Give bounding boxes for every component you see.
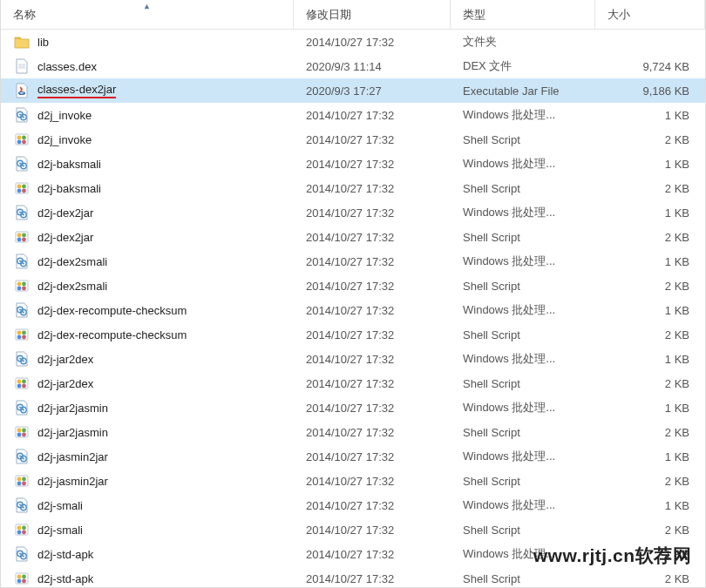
cell-date: 2014/10/27 17:32 [294,353,451,366]
column-header-label: 类型 [463,7,485,23]
cell-date: 2014/10/27 17:32 [294,304,451,317]
sh-icon [13,521,31,538]
cell-date: 2014/10/27 17:32 [294,255,451,268]
file-name: d2j-dex2smali [37,280,107,293]
table-row[interactable]: d2j-jar2jasmin2014/10/27 17:32Windows 批处… [1,395,705,420]
cell-type: Shell Script [451,475,595,488]
cell-name: d2j-std-apk [1,570,294,587]
cell-date: 2014/10/27 17:32 [294,524,451,537]
file-name: d2j-dex2smali [37,255,107,268]
cell-type: Windows 批处理... [451,302,595,318]
table-row[interactable]: d2j-dex2jar2014/10/27 17:32Windows 批处理..… [1,200,705,225]
table-row[interactable]: d2j-baksmali2014/10/27 17:32Windows 批处理.… [1,152,705,176]
file-name: d2j-jar2jasmin [37,426,108,439]
cell-size: 1 KB [595,109,705,122]
column-header-date[interactable]: 修改日期 [294,0,451,29]
cell-type: Windows 批处理... [451,497,595,513]
cell-name: d2j-jar2jasmin [1,399,294,416]
cell-size: 2 KB [595,572,705,585]
table-row[interactable]: d2j-jasmin2jar2014/10/27 17:32Shell Scri… [1,469,705,493]
cell-date: 2014/10/27 17:32 [294,36,451,49]
bat-icon [13,399,31,416]
table-row[interactable]: d2j-jasmin2jar2014/10/27 17:32Windows 批处… [1,444,705,469]
cell-name: classes.dex [1,57,294,75]
file-name: d2j-smali [37,499,83,512]
table-row[interactable]: d2j_invoke2014/10/27 17:32Shell Script2 … [1,127,705,152]
table-row[interactable]: d2j-jar2dex2014/10/27 17:32Shell Script2… [1,371,705,395]
table-row[interactable]: d2j-jar2dex2014/10/27 17:32Windows 批处理..… [1,347,705,371]
sh-icon [13,570,31,587]
sh-icon [13,179,31,197]
cell-type: Shell Script [451,328,595,341]
table-row[interactable]: d2j-std-apk2014/10/27 17:32Shell Script2… [1,566,705,588]
file-name: d2j-dex-recompute-checksum [37,328,187,341]
file-name: d2j-dex-recompute-checksum [37,304,187,317]
sort-ascending-icon: ▲ [143,2,151,10]
cell-date: 2014/10/27 17:32 [294,231,451,244]
cell-date: 2014/10/27 17:32 [294,328,451,341]
cell-date: 2014/10/27 17:32 [294,499,451,512]
cell-name: d2j-jasmin2jar [1,448,294,465]
table-row[interactable]: d2j-dex2smali2014/10/27 17:32Shell Scrip… [1,274,705,298]
cell-date: 2014/10/27 17:32 [294,572,451,585]
cell-date: 2014/10/27 17:32 [294,158,451,171]
bat-icon [13,350,31,368]
table-row[interactable]: d2j-baksmali2014/10/27 17:32Shell Script… [1,176,705,200]
cell-size: 1 KB [595,450,705,463]
cell-name: d2j-dex2smali [1,277,294,294]
bat-icon [13,155,31,172]
sh-icon [13,423,31,441]
table-row[interactable]: d2j-dex2jar2014/10/27 17:32Shell Script2… [1,225,705,249]
file-name: d2j-jasmin2jar [37,475,108,488]
table-row[interactable]: d2j-dex-recompute-checksum2014/10/27 17:… [1,322,705,347]
cell-type: Shell Script [451,231,595,244]
file-name: d2j-smali [37,524,83,537]
cell-name: d2j-jar2dex [1,350,294,368]
cell-type: Windows 批处理... [451,156,595,172]
table-row[interactable]: d2j-jar2jasmin2014/10/27 17:32Shell Scri… [1,420,705,444]
table-row[interactable]: d2j-dex-recompute-checksum2014/10/27 17:… [1,298,705,322]
sh-icon [13,375,31,392]
cell-name: d2j-smali [1,497,294,514]
cell-date: 2014/10/27 17:32 [294,109,451,122]
cell-date: 2014/10/27 17:32 [294,377,451,390]
cell-name: d2j_invoke [1,131,294,148]
column-header-size[interactable]: 大小 [595,0,705,29]
cell-date: 2014/10/27 17:32 [294,133,451,146]
table-row[interactable]: d2j-smali2014/10/27 17:32Shell Script2 K… [1,517,705,542]
sh-icon [13,326,31,343]
file-name: d2j-baksmali [37,182,101,195]
bat-icon [13,106,31,124]
cell-name: lib [1,33,294,51]
cell-name: d2j-baksmali [1,179,294,197]
table-row[interactable]: d2j-dex2smali2014/10/27 17:32Windows 批处理… [1,249,705,274]
cell-type: DEX 文件 [451,58,595,74]
cell-size: 1 KB [595,353,705,366]
cell-type: Shell Script [451,182,595,195]
cell-date: 2014/10/27 17:32 [294,548,451,561]
file-name: d2j-jar2dex [37,353,93,366]
cell-size: 9,724 KB [595,60,705,73]
column-header-type[interactable]: 类型 [451,0,595,29]
bat-icon [13,253,31,270]
table-row[interactable]: d2j-smali2014/10/27 17:32Windows 批处理...1… [1,493,705,517]
cell-name: d2j_invoke [1,106,294,124]
cell-type: Shell Script [451,377,595,390]
file-name: d2j-baksmali [37,158,101,171]
column-header-name[interactable]: ▲ 名称 [1,0,294,29]
table-row[interactable]: classes.dex2020/9/3 11:14DEX 文件9,724 KB [1,54,705,78]
cell-name: d2j-dex2jar [1,204,294,221]
file-name: lib [37,36,49,49]
table-row[interactable]: lib2014/10/27 17:32文件夹 [1,30,705,54]
table-row[interactable]: d2j_invoke2014/10/27 17:32Windows 批处理...… [1,103,705,127]
cell-size: 1 KB [595,304,705,317]
cell-size: 1 KB [595,499,705,512]
cell-size: 2 KB [595,377,705,390]
table-row[interactable]: classes-dex2jar2020/9/3 17:27Executable … [1,78,705,103]
folder-icon [13,33,31,51]
cell-date: 2014/10/27 17:32 [294,402,451,415]
cell-size: 2 KB [595,524,705,537]
cell-type: Windows 批处理... [451,400,595,416]
column-header-label: 名称 [13,7,36,23]
cell-size: 2 KB [595,328,705,341]
